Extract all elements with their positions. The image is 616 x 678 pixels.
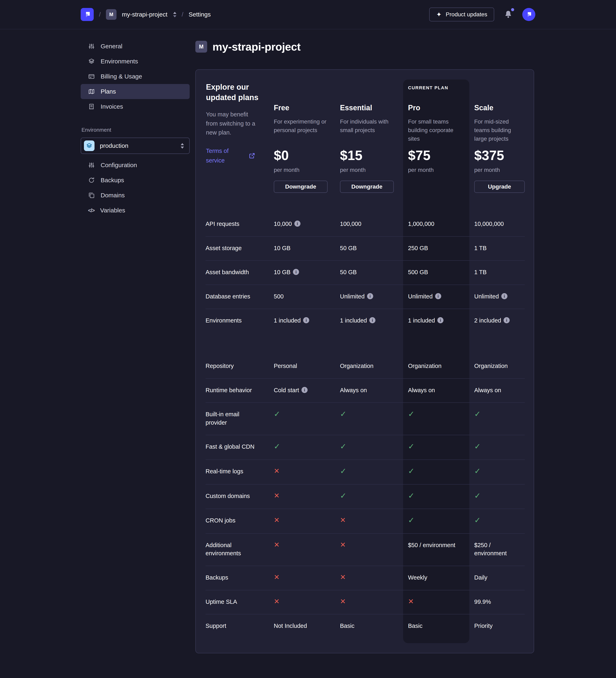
project-badge: M <box>106 9 117 20</box>
notifications-bell-icon[interactable] <box>503 10 513 19</box>
environment-icon <box>84 141 94 151</box>
feature-value-text: 10 GB <box>274 245 290 251</box>
feature-value-text: Organization <box>408 363 442 369</box>
info-icon[interactable]: i <box>501 293 507 299</box>
feature-value: ✓ <box>403 435 469 459</box>
check-icon: ✓ <box>474 442 481 451</box>
feature-value: ✓ <box>403 459 469 484</box>
sidebar-item-general[interactable]: General <box>81 39 190 54</box>
sidebar-item-plans[interactable]: Plans <box>81 84 190 99</box>
feature-value-text: $250 / environment <box>474 542 507 557</box>
feature-value: $250 / environment <box>469 533 525 566</box>
feature-label: Runtime behavior <box>206 378 274 403</box>
feature-value-text: Daily <box>474 574 487 581</box>
info-icon[interactable]: i <box>301 387 307 393</box>
feature-value: Unlimitedi <box>469 285 525 309</box>
sidebar-item-label: Plans <box>100 88 116 95</box>
feature-label: Repository <box>206 354 274 378</box>
feature-value: ✕ <box>340 566 403 590</box>
environment-select[interactable]: production <box>81 138 190 154</box>
feature-value: Cold starti <box>274 378 340 403</box>
feature-value: 10 GB <box>274 236 340 261</box>
plan-period: per month <box>408 167 434 173</box>
feature-value: ✓ <box>403 509 469 533</box>
external-link-icon <box>248 152 256 159</box>
feature-value-text: 10 GB <box>274 269 290 275</box>
sidebar-item-invoices[interactable]: Invoices <box>81 99 190 114</box>
plan-period: per month <box>340 167 366 173</box>
cross-icon: ✕ <box>274 540 280 549</box>
sidebar-item-configuration[interactable]: Configuration <box>81 158 190 173</box>
sidebar-item-label: Variables <box>100 207 125 214</box>
feature-value: Personal <box>274 354 340 378</box>
info-icon[interactable]: i <box>367 293 373 299</box>
feature-value: 1,000,000 <box>403 213 469 236</box>
breadcrumb-project-name[interactable]: my-strapi-project <box>122 11 167 18</box>
sidebar-item-label: Configuration <box>100 162 137 168</box>
feature-value-text: 1,000,000 <box>408 221 434 227</box>
feature-value-text: 1 included <box>408 317 435 324</box>
feature-value: 99.9% <box>469 590 525 614</box>
feature-value: 10,000,000 <box>469 213 525 236</box>
environment-select-value: production <box>100 142 175 149</box>
check-icon: ✓ <box>274 410 280 418</box>
info-icon[interactable]: i <box>303 317 309 323</box>
feature-label: Asset storage <box>206 236 274 261</box>
info-icon[interactable]: i <box>503 317 510 323</box>
sidebar-item-backups[interactable]: Backups <box>81 173 190 188</box>
product-updates-button[interactable]: ✦ Product updates <box>429 7 494 22</box>
project-switcher-caret-icon[interactable] <box>173 12 176 17</box>
feature-value: ✓ <box>340 459 403 484</box>
feature-value: ✕ <box>274 533 340 566</box>
terms-of-service-link[interactable]: Terms of service <box>206 146 237 165</box>
sidebar-item-billing-usage[interactable]: Billing & Usage <box>81 69 190 84</box>
check-icon: ✓ <box>274 442 280 451</box>
plan-price: $75 <box>408 148 430 163</box>
feature-value: Organization <box>469 354 525 378</box>
feature-value-text: 10,000,000 <box>474 221 504 227</box>
credit-card-icon <box>88 73 95 80</box>
feature-value: ✕ <box>340 590 403 614</box>
feature-value: ✕ <box>340 533 403 566</box>
feature-value: Basic <box>340 614 403 643</box>
feature-value: 50 GB <box>340 236 403 261</box>
info-icon[interactable]: i <box>437 317 444 323</box>
feature-value-text: 2 included <box>474 317 501 324</box>
info-icon[interactable]: i <box>435 293 441 299</box>
feature-label: Support <box>206 614 274 643</box>
feature-value-text: 50 GB <box>340 269 357 275</box>
plan-name: Pro <box>408 104 420 112</box>
strapi-logo[interactable] <box>81 8 94 21</box>
sidebar-item-domains[interactable]: Domains <box>81 188 190 203</box>
feature-value: ✓ <box>469 403 525 435</box>
feature-value-text: 1 included <box>340 317 367 324</box>
feature-value: ✓ <box>403 403 469 435</box>
breadcrumb-separator: / <box>182 11 183 18</box>
info-icon[interactable]: i <box>369 317 375 323</box>
downgrade-button-free[interactable]: Downgrade <box>274 181 328 193</box>
plan-period: per month <box>474 167 500 173</box>
sidebar-item-variables[interactable]: </> Variables <box>81 203 190 218</box>
cross-icon: ✕ <box>274 573 280 581</box>
downgrade-button-essential[interactable]: Downgrade <box>340 181 394 193</box>
feature-value-text: Always on <box>474 387 501 393</box>
map-icon <box>88 88 95 95</box>
cross-icon: ✕ <box>340 573 346 581</box>
info-icon[interactable]: i <box>293 269 299 275</box>
info-icon[interactable]: i <box>294 221 300 227</box>
upgrade-button-scale[interactable]: Upgrade <box>474 181 525 193</box>
feature-value-text: 1 TB <box>474 269 487 275</box>
check-icon: ✓ <box>474 516 481 525</box>
sidebar-item-label: Domains <box>100 192 125 199</box>
sliders-icon <box>88 162 95 168</box>
user-avatar[interactable] <box>522 8 535 21</box>
avatar-logo-icon <box>525 11 532 18</box>
feature-value: ✕ <box>274 590 340 614</box>
caret-down-icon <box>181 147 184 149</box>
refresh-icon <box>88 177 95 184</box>
cross-icon: ✕ <box>274 467 280 475</box>
sidebar-item-environments[interactable]: Environments <box>81 54 190 69</box>
feature-value: 1 includedi <box>340 309 403 354</box>
feature-value: 500 <box>274 285 340 309</box>
notification-dot <box>511 8 514 11</box>
